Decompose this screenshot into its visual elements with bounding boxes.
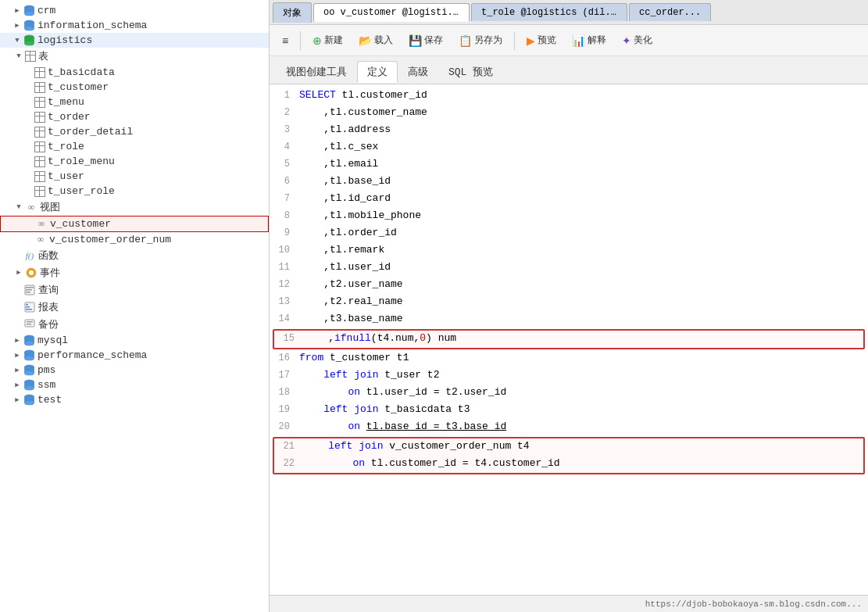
code-line-12: 12 ,t2.user_name bbox=[270, 277, 868, 294]
sidebar-item-t-user[interactable]: t_user bbox=[0, 169, 269, 184]
code-line-17: 17 left join t_user t2 bbox=[270, 367, 868, 385]
table-icon-t-customer bbox=[34, 82, 45, 93]
line-content-6: ,tl.base_id bbox=[299, 174, 868, 190]
db-icon-mysql bbox=[23, 335, 35, 346]
tab-objects[interactable]: 对象 bbox=[273, 2, 312, 23]
sidebar: ▶ crm ▶ information_schema ▼ logistics ▼ bbox=[0, 0, 270, 612]
explain-button[interactable]: 📊 解释 bbox=[566, 31, 613, 49]
code-line-1: 1 SELECT tl.customer_id bbox=[270, 88, 868, 105]
line-content-20: on tl.base_id = t3.base_id bbox=[299, 419, 868, 435]
sidebar-item-t-order[interactable]: t_order bbox=[0, 109, 269, 124]
line-num-16: 16 bbox=[270, 351, 299, 366]
sidebar-item-tables-section[interactable]: ▼ 表 bbox=[0, 48, 269, 65]
sidebar-label-information-schema: information_schema bbox=[38, 20, 147, 31]
sidebar-item-pms[interactable]: ▶ pms bbox=[0, 363, 269, 378]
tab-t-role[interactable]: t_role @logistics (dil... bbox=[471, 3, 627, 21]
chevron-information-schema-icon: ▶ bbox=[13, 21, 22, 30]
code-editor[interactable]: 1 SELECT tl.customer_id 2 ,tl.customer_n… bbox=[270, 84, 868, 595]
svg-rect-18 bbox=[27, 324, 31, 325]
sidebar-item-reports[interactable]: 报表 bbox=[0, 299, 269, 316]
line-content-17: left join t_user t2 bbox=[299, 367, 868, 384]
sidebar-item-v-customer[interactable]: ∞ v_customer bbox=[0, 216, 269, 232]
code-line-16: 16 from t_customer t1 bbox=[270, 350, 868, 367]
svg-rect-13 bbox=[26, 304, 28, 306]
line-num-17: 17 bbox=[270, 368, 299, 383]
svg-point-1 bbox=[25, 12, 34, 16]
sidebar-item-queries[interactable]: 查询 bbox=[0, 281, 269, 299]
load-button[interactable]: 📂 载入 bbox=[352, 31, 399, 49]
beautify-button[interactable]: ✦ 美化 bbox=[616, 31, 659, 49]
sidebar-item-t-basicdata[interactable]: t_basicdata bbox=[0, 65, 269, 80]
sidebar-item-t-role-menu[interactable]: t_role_menu bbox=[0, 154, 269, 169]
sidebar-label-t-role: t_role bbox=[48, 141, 84, 152]
line-num-20: 20 bbox=[270, 420, 299, 435]
sidebar-item-events[interactable]: ▶ 事件 bbox=[0, 264, 269, 281]
line-num-3: 3 bbox=[270, 123, 299, 138]
table-icon-t-role-menu bbox=[34, 156, 45, 167]
sub-tab-sql-preview[interactable]: SQL 预览 bbox=[438, 61, 503, 82]
sidebar-item-test[interactable]: ▶ test bbox=[0, 392, 269, 407]
tab-v-customer[interactable]: oo v_customer @logisti... bbox=[313, 3, 470, 22]
line-num-7: 7 bbox=[270, 191, 299, 206]
sidebar-label-t-role-menu: t_role_menu bbox=[48, 156, 115, 167]
sidebar-item-views-section[interactable]: ▼ ∞ 视图 bbox=[0, 199, 269, 216]
sidebar-item-performance-schema[interactable]: ▶ performance_schema bbox=[0, 348, 269, 363]
svg-rect-16 bbox=[25, 320, 34, 327]
sidebar-label-events: 事件 bbox=[40, 266, 60, 280]
code-line-3: 3 ,tl.address bbox=[270, 122, 868, 139]
code-line-13: 13 ,t2.real_name bbox=[270, 294, 868, 311]
preview-button[interactable]: ▶ 预览 bbox=[520, 31, 563, 49]
line-num-12: 12 bbox=[270, 277, 299, 292]
sub-tab-definition[interactable]: 定义 bbox=[357, 61, 398, 83]
sidebar-item-t-order-detail[interactable]: t_order_detail bbox=[0, 124, 269, 139]
sidebar-item-v-customer-order-num[interactable]: ∞ v_customer_order_num bbox=[0, 232, 269, 247]
sidebar-item-functions[interactable]: f() 函数 bbox=[0, 247, 269, 264]
sub-tab-advanced[interactable]: 高级 bbox=[398, 61, 438, 82]
line-content-7: ,tl.id_card bbox=[299, 191, 868, 207]
load-label: 载入 bbox=[374, 34, 393, 47]
code-line-7: 7 ,tl.id_card bbox=[270, 191, 868, 208]
sidebar-item-logistics[interactable]: ▼ logistics bbox=[0, 33, 269, 48]
explain-label: 解释 bbox=[588, 34, 606, 47]
sidebar-item-mysql[interactable]: ▶ mysql bbox=[0, 333, 269, 348]
hamburger-menu-button[interactable]: ≡ bbox=[276, 32, 295, 49]
line-content-22: on tl.customer_id = t4.customer_id bbox=[304, 456, 863, 472]
save-as-label: 另存为 bbox=[474, 34, 502, 47]
sidebar-label-queries: 查询 bbox=[38, 283, 59, 297]
views-section-icon: ∞ bbox=[25, 202, 38, 213]
save-as-button[interactable]: 📋 另存为 bbox=[452, 31, 509, 49]
sidebar-item-t-customer[interactable]: t_customer bbox=[0, 80, 269, 95]
line-num-22: 22 bbox=[274, 456, 304, 471]
save-button[interactable]: 💾 保存 bbox=[402, 31, 449, 49]
chevron-crm-icon: ▶ bbox=[13, 6, 22, 16]
sidebar-label-t-user: t_user bbox=[48, 170, 84, 182]
sidebar-item-information-schema[interactable]: ▶ information_schema bbox=[0, 18, 269, 33]
line-num-8: 8 bbox=[270, 209, 299, 224]
sidebar-item-t-role[interactable]: t_role bbox=[0, 139, 269, 154]
code-line-6: 6 ,tl.base_id bbox=[270, 174, 868, 191]
sidebar-item-t-user-role[interactable]: t_user_role bbox=[0, 184, 269, 199]
tab-cc-order[interactable]: cc_order... bbox=[629, 3, 711, 21]
line-num-15: 15 bbox=[274, 331, 304, 346]
backup-icon bbox=[23, 318, 36, 331]
db-icon-test bbox=[23, 394, 35, 406]
sidebar-item-ssm[interactable]: ▶ ssm bbox=[0, 378, 269, 392]
new-button[interactable]: ⊕ 新建 bbox=[306, 31, 349, 49]
main-panel: 对象 oo v_customer @logisti... t_role @log… bbox=[270, 0, 868, 612]
db-icon-pms bbox=[23, 364, 35, 376]
svg-point-20 bbox=[25, 342, 34, 345]
toolbar-separator-1 bbox=[300, 31, 301, 50]
toolbar-separator-2 bbox=[514, 31, 515, 50]
sidebar-item-crm[interactable]: ▶ crm bbox=[0, 3, 269, 18]
sidebar-item-backup[interactable]: 备份 bbox=[0, 316, 269, 333]
sidebar-item-t-menu[interactable]: t_menu bbox=[0, 95, 269, 109]
highlight-box-lines21-22: 21 left join v_customer_order_num t4 22 … bbox=[273, 437, 865, 474]
beautify-icon: ✦ bbox=[622, 34, 631, 47]
table-icon-t-order-detail bbox=[34, 127, 45, 138]
line-content-12: ,t2.user_name bbox=[299, 277, 868, 293]
table-icon-t-role bbox=[34, 141, 45, 152]
explain-icon: 📊 bbox=[572, 34, 585, 47]
sub-tab-view-creator[interactable]: 视图创建工具 bbox=[276, 61, 357, 82]
line-content-10: ,tl.remark bbox=[299, 242, 868, 259]
code-line-9: 9 ,tl.order_id bbox=[270, 225, 868, 242]
